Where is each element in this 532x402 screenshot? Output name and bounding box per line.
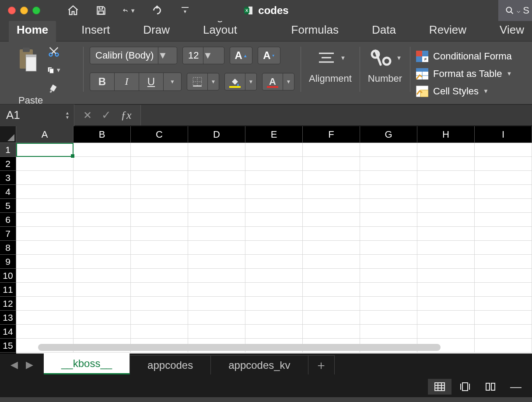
view-normal-icon[interactable] — [428, 379, 452, 395]
tab-formulas[interactable]: Formulas — [284, 20, 346, 41]
cell[interactable] — [188, 269, 245, 283]
cell[interactable] — [74, 297, 131, 311]
cell[interactable] — [417, 157, 475, 171]
cut-icon[interactable] — [46, 45, 61, 58]
row-header-4[interactable]: 4 — [0, 185, 16, 199]
row-header-9[interactable]: 9 — [0, 255, 16, 269]
cell[interactable] — [475, 143, 532, 157]
accept-formula-icon[interactable]: ✓ — [102, 108, 111, 122]
cell[interactable] — [16, 157, 74, 171]
font-family-combo[interactable]: Calibri (Body) ▼ — [90, 47, 177, 64]
cell-styles-button[interactable]: Cell Styles ▼ — [416, 85, 512, 97]
cell[interactable] — [360, 297, 417, 311]
cell[interactable] — [131, 227, 188, 241]
cell[interactable] — [188, 143, 245, 157]
cell[interactable] — [417, 325, 475, 339]
copy-dropdown-icon[interactable]: ▼ — [56, 67, 61, 73]
italic-button[interactable]: I — [115, 73, 139, 90]
cell[interactable] — [360, 283, 417, 297]
row-header-14[interactable]: 14 — [0, 325, 16, 339]
cell[interactable] — [131, 241, 188, 255]
cell[interactable] — [475, 171, 532, 185]
cell[interactable] — [16, 241, 74, 255]
cell[interactable] — [360, 269, 417, 283]
cell[interactable] — [131, 269, 188, 283]
row-header-5[interactable]: 5 — [0, 199, 16, 213]
cell[interactable] — [303, 185, 360, 199]
cell[interactable] — [303, 297, 360, 311]
row-header-15[interactable]: 15 — [0, 339, 16, 353]
cell[interactable] — [475, 241, 532, 255]
cell[interactable] — [245, 143, 303, 157]
cell[interactable] — [303, 227, 360, 241]
add-sheet-button[interactable]: ＋ — [308, 355, 335, 374]
cell[interactable] — [245, 283, 303, 297]
underline-button[interactable]: U — [139, 73, 164, 90]
cell[interactable] — [303, 269, 360, 283]
row-header-7[interactable]: 7 — [0, 227, 16, 241]
row-header-3[interactable]: 3 — [0, 171, 16, 185]
cell[interactable] — [475, 255, 532, 269]
cell[interactable] — [417, 199, 475, 213]
cell[interactable] — [245, 227, 303, 241]
fill-color-button[interactable]: ▼ — [224, 73, 257, 90]
sheet-prev-icon[interactable]: ◀ — [10, 359, 18, 371]
cell[interactable] — [188, 255, 245, 269]
cell[interactable] — [74, 199, 131, 213]
horizontal-scrollbar[interactable] — [38, 344, 441, 351]
cell[interactable] — [303, 241, 360, 255]
font-color-dropdown-icon[interactable]: ▼ — [283, 73, 294, 90]
col-header-G[interactable]: G — [360, 126, 417, 143]
sheet-tab-1[interactable]: appcodes — [130, 355, 211, 374]
cell[interactable] — [188, 325, 245, 339]
cell[interactable] — [74, 143, 131, 157]
cell[interactable] — [475, 325, 532, 339]
cell[interactable] — [303, 283, 360, 297]
paste-button[interactable] — [15, 45, 40, 75]
cell-A1[interactable] — [16, 143, 74, 157]
cell[interactable] — [360, 143, 417, 157]
cell[interactable] — [16, 185, 74, 199]
row-header-13[interactable]: 13 — [0, 311, 16, 325]
cell[interactable] — [74, 213, 131, 227]
undo-dropdown-icon[interactable]: ▼ — [130, 7, 136, 14]
cell[interactable] — [360, 241, 417, 255]
cell[interactable] — [245, 241, 303, 255]
cell[interactable] — [303, 255, 360, 269]
cell[interactable] — [74, 311, 131, 325]
cell[interactable] — [131, 199, 188, 213]
cell[interactable] — [245, 171, 303, 185]
cell[interactable] — [131, 255, 188, 269]
cell[interactable] — [16, 325, 74, 339]
border-button[interactable]: ▼ — [187, 73, 219, 90]
tab-draw[interactable]: Draw — [135, 20, 178, 41]
cell[interactable] — [245, 297, 303, 311]
fill-color-dropdown-icon[interactable]: ▼ — [245, 73, 256, 90]
cell[interactable] — [74, 157, 131, 171]
cell[interactable] — [16, 171, 74, 185]
cell[interactable] — [74, 185, 131, 199]
sheet-tab-2[interactable]: appcodes_kv — [211, 355, 308, 374]
font-color-button[interactable]: A ▼ — [262, 73, 294, 90]
formula-input[interactable] — [140, 105, 532, 125]
cell[interactable] — [417, 171, 475, 185]
copy-icon[interactable]: ▼ — [46, 63, 61, 76]
col-header-I[interactable]: I — [475, 126, 532, 143]
row-header-8[interactable]: 8 — [0, 241, 16, 255]
increase-font-button[interactable]: A▲ — [230, 47, 252, 64]
cell[interactable] — [417, 311, 475, 325]
tab-view[interactable]: View — [492, 20, 532, 41]
cell[interactable] — [475, 157, 532, 171]
cell[interactable] — [417, 269, 475, 283]
row-header-6[interactable]: 6 — [0, 213, 16, 227]
cell[interactable] — [417, 213, 475, 227]
cell[interactable] — [360, 185, 417, 199]
cell[interactable] — [188, 213, 245, 227]
cell[interactable] — [131, 213, 188, 227]
cell[interactable] — [245, 311, 303, 325]
tab-data[interactable]: Data — [364, 20, 404, 41]
search-box[interactable]: ⌵ S — [498, 0, 532, 21]
sheet-tab-0[interactable]: __kboss__ — [44, 353, 130, 374]
cell[interactable] — [475, 185, 532, 199]
cell[interactable] — [303, 171, 360, 185]
